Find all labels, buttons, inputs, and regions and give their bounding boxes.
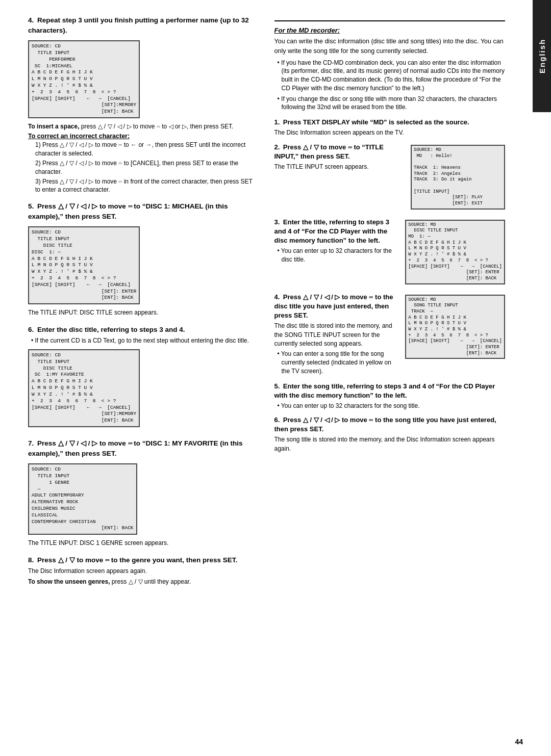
step-7-note: The TITLE INPUT: DISC 1 GENRE screen app… [28,539,259,548]
step-4-sub1-label: To insert a space, [28,123,79,130]
language-tab: English [533,0,551,112]
md-step-2: 2. Press △ / ▽ to move ⎓ to “TITLE INPUT… [274,143,506,213]
top-divider [274,20,506,21]
step-6-heading: 6. Enter the disc title, referring to st… [28,325,259,335]
step-4-sub1-text: press △ / ▽ / ◁ / ▷ to move ⎓ to ◁ or ▷,… [81,123,233,130]
md-step-3-pair: 3. Enter the title, referring to steps 3… [274,218,506,288]
md-intro-text: You can write the disc information (disc… [274,37,506,56]
step-6-bullet: • If the current CD is a CD Text, go to … [28,336,259,345]
step-7-screen: SOURCE: CD TITLE INPUT 1 GENRE ― ADULT C… [28,463,137,535]
md-step-4-heading: 4. Press △ / ▽ / ◁ / ▷ to move ⎓ to the … [274,293,402,321]
step-8-sub-text: press △ / ▽ until they appear. [112,578,191,585]
step-5-note: The TITLE INPUT: DISC TITLE screen appea… [28,308,259,317]
md-step-3-text: 3. Enter the title, referring to steps 3… [274,218,402,265]
md-step-5-heading: 5. Enter the song title, referring to st… [274,382,506,400]
step-8-sub-label: To show the unseen genres, [28,578,110,585]
step-6-section: 6. Enter the disc title, referring to st… [28,325,259,431]
step-4-screen: SOURCE: CD TITLE INPUT PERFORMER SC 1:MI… [28,40,140,118]
left-column: 4. Repeat step 3 until you finish puttin… [28,15,259,593]
md-step-2-note: The TITLE INPUT screen appears. [274,163,407,171]
step-6-screen: SOURCE: CD TITLE INPUT DISC TITLE SC 1:M… [28,349,140,427]
md-step-2-pair: 2. Press △ / ▽ to move ⎓ to “TITLE INPUT… [274,143,506,213]
md-step-2-text: 2. Press △ / ▽ to move ⎓ to “TITLE INPUT… [274,143,407,173]
md-step-4-pair: 4. Press △ / ▽ / ◁ / ▷ to move ⎓ to the … [274,293,506,377]
for-md-section: For the MD recorder: You can write the d… [274,27,506,112]
step-5-heading: 5. Press △ / ▽ / ◁ / ▷ to move ⎓ to “DIS… [28,201,259,221]
step-4-sub2-item-3: 3) Press △ / ▽ / ◁ / ▷ to move ⎓ in fron… [28,177,259,195]
md-step-4-note1: The disc title is stored into the memory… [274,322,402,348]
md-bullet-0: • If you have the CD-MD combination deck… [274,59,506,93]
md-bullet-0-text: If you have the CD-MD combination deck, … [281,59,505,92]
md-step-6-note: The song title is stored into the memory… [274,435,506,453]
md-step-1-note: The Disc Information screen appears on t… [274,128,506,137]
step-4-heading: 4. Repeat step 3 until you finish puttin… [28,15,259,35]
step-4-sub2-label: To correct an incorrect character: [28,133,259,140]
md-step-2-heading: 2. Press △ / ▽ to move ⎓ to “TITLE INPUT… [274,143,407,161]
step-7-heading: 7. Press △ / ▽ / ◁ / ▷ to move ⎓ to “DIS… [28,438,259,458]
md-step-4: 4. Press △ / ▽ / ◁ / ▷ to move ⎓ to the … [274,293,506,377]
for-md-heading: For the MD recorder: [274,27,506,34]
md-step-6: 6. Press △ / ▽ / ◁ / ▷ to move ⎓ to the … [274,415,506,453]
step-4-sub2-item-2: 2) Press △ / ▽ / ◁ / ▷ to move ⎓ to [CAN… [28,159,259,176]
md-step-4-text: 4. Press △ / ▽ / ◁ / ▷ to move ⎓ to the … [274,293,402,377]
md-step-3-heading: 3. Enter the title, referring to steps 3… [274,218,402,246]
md-step-3-screen: SOURCE: MD DISC TITLE INPUT MD 1: ― A B … [405,220,505,284]
md-bullet-1: • If you change the disc or song title w… [274,95,506,112]
step-8-heading: 8. Press △ / ▽ to move ⎓ to the genre yo… [28,555,259,565]
md-bullet-1-text: If you change the disc or song title wit… [281,95,497,111]
md-step-4-bullet: • You can enter a song title for the son… [274,350,402,375]
step-8-sub: To show the unseen genres, press △ / ▽ u… [28,578,259,586]
step-4-sub2-item-1: 1) Press △ / ▽ / ◁ / ▷ to move ⎓ to ← or… [28,141,259,158]
step-4-section: 4. Repeat step 3 until you finish puttin… [28,15,259,194]
md-step-3: 3. Enter the title, referring to steps 3… [274,218,506,288]
md-step-1-heading: 1. Press TEXT DISPLAY while “MD” is sele… [274,118,506,127]
md-step-2-screen: SOURCE: MD MD : Hello! TRACK 1: Heavens … [411,145,505,210]
step-7-section: 7. Press △ / ▽ / ◁ / ▷ to move ⎓ to “DIS… [28,438,259,548]
page-number: 44 [515,738,523,746]
md-step-4-screen: SOURCE: MD SONG TITLE INPUT TRACK ― A B … [405,295,505,359]
md-step-3-bullet: • You can enter up to 32 characters for … [274,247,402,264]
step-8-section: 8. Press △ / ▽ to move ⎓ to the genre yo… [28,555,259,586]
step-5-section: 5. Press △ / ▽ / ◁ / ▷ to move ⎓ to “DIS… [28,201,259,317]
right-column: For the MD recorder: You can write the d… [274,15,506,593]
step-8-note1: The Disc Information screen appears agai… [28,567,259,576]
md-step-6-heading: 6. Press △ / ▽ / ◁ / ▷ to move ⎓ to the … [274,415,506,434]
md-step-5-bullet: • You can enter up to 32 characters for … [274,402,506,410]
md-step-1: 1. Press TEXT DISPLAY while “MD” is sele… [274,118,506,138]
md-step-5: 5. Enter the song title, referring to st… [274,382,506,410]
step-5-screen: SOURCE: CD TITLE INPUT DISC TITLE DISC 1… [28,226,140,304]
step-4-sub1: To insert a space, press △ / ▽ / ◁ / ▷ t… [28,122,259,131]
